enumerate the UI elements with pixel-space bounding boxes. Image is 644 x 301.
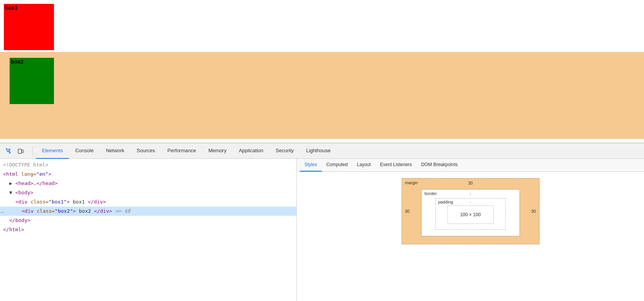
svg-rect-0 [18,149,22,153]
dom-html-close-line: </html> [0,225,296,234]
bm-border-top: - [470,191,471,196]
bm-margin-left: 30 [405,209,410,214]
bm-content-size: 100 × 100 [460,212,481,217]
bm-padding-top: - [470,200,471,204]
dom-html-line: <html lang="en"> [0,170,296,179]
toolbar-separator [32,146,33,156]
bm-margin-label: margin [405,180,418,185]
box2-element: box2 [10,58,54,104]
box-model-diagram: margin 30 30 30 border - padding - [402,178,540,244]
dom-doctype-line: <!DOCTYPE html> [0,160,296,170]
dom-box1-line[interactable]: <div class="box1"> box1 </div> [0,197,296,207]
devtools-body: <!DOCTYPE html> <html lang="en"> ▶ <head… [0,159,644,301]
tab-security[interactable]: Security [269,143,300,159]
tab-computed[interactable]: Computed [322,159,352,172]
dom-body-close-line: </body> [0,216,296,225]
box1-element: box1 [4,4,54,50]
bm-margin-right: 30 [531,209,536,214]
styles-tabs: Styles Computed Layout Event Listeners D… [297,159,644,172]
devtools-icons [3,146,26,156]
browser-viewport: box1 box2 [0,0,644,143]
orange-section: box2 [0,52,644,139]
devtools-panel: Elements Console Network Sources Perform… [0,143,644,301]
tab-dom-breakpoints[interactable]: DOM Breakpoints [417,159,462,172]
bm-padding-box: padding - 100 × 100 [435,198,506,230]
dom-head-line: ▶ <head>…</head> [0,179,296,188]
box-model-area: margin 30 30 30 border - padding - [297,172,644,251]
bm-content-box: 100 × 100 [447,205,494,224]
three-dots-icon: … [1,207,4,215]
bm-margin-box: margin 30 30 30 border - padding - [402,178,540,244]
dom-body-line: ▼ <body> [0,188,296,197]
box1-label: box1 [5,5,18,11]
box2-label: box2 [11,59,24,65]
bm-border-box: border - padding - 100 × 100 [421,189,520,236]
tab-application[interactable]: Application [233,143,270,159]
bm-margin-top: 30 [468,181,472,185]
tab-sources[interactable]: Sources [131,143,161,159]
dom-box2-line[interactable]: … <div class="box2"> box2 </div> == $0 [0,207,296,216]
devtools-toolbar: Elements Console Network Sources Perform… [0,143,644,159]
bm-padding-label: padding [438,200,453,204]
tab-network[interactable]: Network [100,143,131,159]
tab-performance[interactable]: Performance [161,143,202,159]
svg-rect-1 [22,150,24,153]
inspect-element-button[interactable] [3,146,14,156]
tab-console[interactable]: Console [69,143,100,159]
styles-panel: Styles Computed Layout Event Listeners D… [297,159,644,301]
device-toolbar-button[interactable] [15,146,26,156]
tab-styles[interactable]: Styles [300,159,322,172]
elements-panel: <!DOCTYPE html> <html lang="en"> ▶ <head… [0,159,297,301]
tab-event-listeners[interactable]: Event Listeners [375,159,417,172]
tab-layout[interactable]: Layout [352,159,375,172]
tab-elements[interactable]: Elements [36,143,69,159]
tab-memory[interactable]: Memory [202,143,233,159]
tab-lighthouse[interactable]: Lighthouse [300,143,337,159]
bm-border-label: border [425,191,437,196]
